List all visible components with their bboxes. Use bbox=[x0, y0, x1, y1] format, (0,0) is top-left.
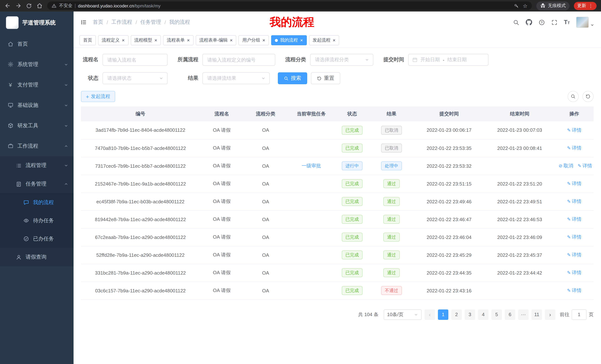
reload-icon[interactable] bbox=[26, 3, 32, 9]
toggle-search-button[interactable] bbox=[568, 91, 579, 102]
fullscreen-icon[interactable] bbox=[551, 19, 558, 25]
breadcrumb-item[interactable]: 任务管理 bbox=[140, 19, 161, 26]
cell-process-name: OA 请假 bbox=[200, 264, 244, 282]
cancel-link[interactable]: ⊘取消 bbox=[559, 163, 573, 168]
result-select[interactable]: 请选择流结果 bbox=[202, 72, 270, 84]
page-button-2[interactable]: 2 bbox=[451, 309, 462, 320]
process-category-select[interactable]: 请选择流程分类 bbox=[310, 54, 373, 66]
close-icon[interactable]: × bbox=[333, 38, 335, 43]
sidebar-item-process-mgmt[interactable]: 流程管理 bbox=[0, 156, 74, 175]
gear-icon bbox=[7, 62, 13, 67]
detail-link[interactable]: ✎详情 bbox=[567, 252, 581, 258]
submit-time-range-picker[interactable]: 开始日期 - 结束日期 bbox=[408, 54, 489, 66]
detail-link[interactable]: ✎详情 bbox=[567, 234, 581, 240]
tab-首页[interactable]: 首页 bbox=[80, 35, 96, 45]
sidebar-item-my-process[interactable]: 我的流程 bbox=[0, 193, 74, 211]
breadcrumb-item[interactable]: 首页 bbox=[93, 19, 103, 26]
page-button-4[interactable]: 4 bbox=[478, 309, 489, 320]
user-icon bbox=[16, 254, 21, 260]
page-button-6[interactable]: 6 bbox=[505, 309, 515, 320]
back-icon[interactable] bbox=[4, 3, 11, 9]
refresh-table-button[interactable] bbox=[582, 91, 594, 102]
close-icon[interactable]: × bbox=[154, 38, 157, 43]
sidebar-item-leave-query[interactable]: 请假查询 bbox=[0, 248, 74, 266]
column-header: 流程分类 bbox=[244, 106, 288, 121]
address-bar[interactable]: 不安全 dashboard.yudao.iocoder.cn/bpm/task/… bbox=[47, 1, 532, 10]
edit-icon: ✎ bbox=[567, 181, 571, 186]
bookmark-star-icon[interactable]: ☆ bbox=[523, 3, 527, 8]
close-icon[interactable]: × bbox=[300, 38, 303, 43]
table-row: ec45f38f-7b9a-11ec-b03b-acde48001122OA 请… bbox=[81, 192, 594, 211]
tab-流程表单-编辑[interactable]: 流程表单-编辑× bbox=[196, 35, 236, 45]
page-button-5[interactable]: 5 bbox=[491, 309, 502, 320]
process-name-input[interactable] bbox=[102, 54, 168, 66]
cell-category: OA bbox=[244, 211, 288, 228]
start-process-button[interactable]: + 发起流程 bbox=[81, 91, 115, 102]
edit-icon: ✎ bbox=[567, 252, 571, 258]
sidebar-item-system[interactable]: 系统管理 bbox=[0, 54, 74, 75]
update-button[interactable]: 更新 ⋮ bbox=[574, 2, 597, 10]
close-icon[interactable]: × bbox=[230, 38, 233, 43]
next-page-button[interactable]: › bbox=[545, 309, 555, 320]
sidebar-item-task-mgmt[interactable]: 任务管理 bbox=[0, 175, 74, 193]
status-tag: 已完成 bbox=[342, 215, 362, 224]
tab-流程定义[interactable]: 流程定义× bbox=[98, 35, 128, 45]
font-size-icon[interactable]: TT bbox=[564, 19, 570, 25]
cell-category: OA bbox=[244, 157, 288, 175]
tab-我的流程[interactable]: 我的流程× bbox=[271, 35, 307, 45]
process-definition-input[interactable] bbox=[202, 54, 275, 66]
tab-发起流程[interactable]: 发起流程× bbox=[309, 35, 339, 45]
cell-category: OA bbox=[244, 121, 288, 139]
current-task-link[interactable]: 一级审批 bbox=[302, 163, 321, 168]
app-logo[interactable]: 芋道管理系统 bbox=[0, 11, 74, 34]
page-button-11[interactable]: 11 bbox=[531, 309, 542, 320]
search-icon[interactable] bbox=[513, 19, 519, 25]
breadcrumb-item[interactable]: 工作流程 bbox=[111, 19, 132, 26]
sidebar-item-devtools[interactable]: 研发工具 bbox=[0, 115, 74, 136]
table-row: 52ffd28e-7b9a-11ec-a290-acde48001122OA 请… bbox=[81, 246, 594, 264]
tab-流程表单[interactable]: 流程表单× bbox=[163, 35, 193, 45]
page-button-1[interactable]: 1 bbox=[438, 309, 448, 320]
detail-link[interactable]: ✎详情 bbox=[567, 287, 581, 293]
sidebar-item-todo-task[interactable]: 待办任务 bbox=[0, 211, 74, 230]
chevron-down-icon bbox=[64, 163, 68, 168]
sidebar-item-done-task[interactable]: 已办任务 bbox=[0, 230, 74, 248]
sidebar-item-home[interactable]: 首页 bbox=[0, 34, 74, 54]
search-icon bbox=[571, 94, 576, 99]
pager-more[interactable]: ··· bbox=[518, 309, 529, 320]
cell-actions: ✎详情 bbox=[555, 192, 594, 211]
detail-link[interactable]: ✎详情 bbox=[567, 127, 581, 133]
help-icon[interactable]: ? bbox=[539, 19, 545, 25]
tab-流程模型[interactable]: 流程模型× bbox=[130, 35, 161, 45]
close-icon[interactable]: × bbox=[122, 38, 125, 43]
result-tag: 已取消 bbox=[381, 126, 402, 135]
goto-page-input[interactable] bbox=[572, 309, 587, 320]
user-avatar[interactable] bbox=[576, 17, 594, 28]
close-icon[interactable]: × bbox=[187, 38, 190, 43]
detail-link[interactable]: ✎详情 bbox=[578, 163, 592, 168]
sidebar-item-infra[interactable]: 基础设施 bbox=[0, 95, 74, 115]
status-select[interactable]: 请选择状态 bbox=[102, 72, 168, 84]
sidebar-item-payment[interactable]: ¥支付管理 bbox=[0, 75, 74, 95]
detail-link[interactable]: ✎详情 bbox=[567, 199, 581, 204]
key-icon[interactable] bbox=[514, 3, 519, 8]
menu-dots-icon[interactable]: ⋮ bbox=[588, 3, 593, 8]
page-size-select[interactable]: 10条/页 bbox=[384, 309, 421, 320]
cell-process-id: 7317cec6-7b9b-11ec-b5b7-acde48001122 bbox=[81, 157, 200, 175]
sidebar-item-workflow[interactable]: 工作流程 bbox=[0, 136, 74, 156]
detail-link[interactable]: ✎详情 bbox=[567, 181, 581, 186]
search-button[interactable]: 搜索 bbox=[278, 72, 307, 84]
home-icon[interactable] bbox=[36, 3, 43, 9]
detail-link[interactable]: ✎详情 bbox=[567, 145, 581, 151]
cell-result: 通过 bbox=[369, 246, 414, 264]
close-icon[interactable]: × bbox=[262, 38, 265, 43]
hamburger-menu-icon[interactable] bbox=[80, 19, 87, 26]
reset-button[interactable]: 重置 bbox=[311, 72, 340, 84]
tab-用户分组[interactable]: 用户分组× bbox=[239, 35, 269, 45]
prev-page-button[interactable]: ‹ bbox=[425, 309, 435, 320]
detail-link[interactable]: ✎详情 bbox=[567, 216, 581, 222]
page-button-3[interactable]: 3 bbox=[465, 309, 475, 320]
github-icon[interactable] bbox=[526, 19, 532, 26]
forward-icon[interactable] bbox=[15, 3, 21, 9]
detail-link[interactable]: ✎详情 bbox=[567, 270, 581, 275]
